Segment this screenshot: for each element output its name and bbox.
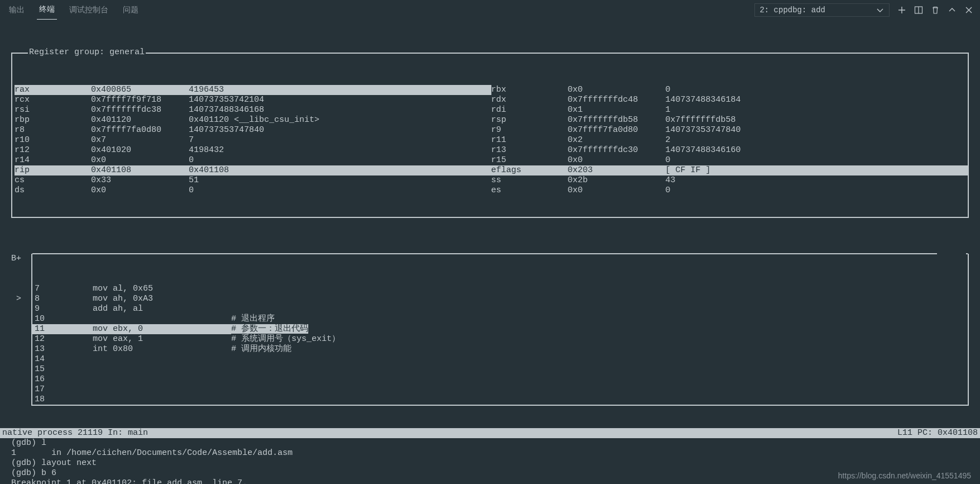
register-row: eflags0x203[ CF IF ] [491,165,968,175]
register-row: rsi0x7fffffffdc38140737488346168 [15,105,491,115]
registers-panel: Register group: general rax0x40086541964… [11,53,969,218]
line-number: 16 [32,374,93,385]
line-code [93,385,231,395]
register-name: r13 [491,145,568,155]
register-name: es [491,186,568,196]
gdb-line: 1 in /home/ciichen/Documents/Code/Assemb… [11,448,969,458]
register-row: r100x77 [15,135,491,145]
register-value: 140737353747840 [666,125,968,135]
register-row: r130x7fffffffdc30140737488346160 [491,145,968,155]
line-code [93,354,231,364]
split-icon[interactable] [914,6,923,15]
trash-icon[interactable] [931,6,940,15]
register-hex: 0x203 [568,165,666,175]
register-row: rsp0x7fffffffdb580x7fffffffdb58 [491,115,968,125]
register-row: rbx0x00 [491,85,968,95]
register-hex: 0x2 [568,135,666,145]
register-name: r15 [491,155,568,165]
line-code: mov ebx, 0 [93,324,231,334]
register-value: 140737488346160 [666,145,968,155]
gdb-console[interactable]: (gdb) l1 in /home/ciichen/Documents/Code… [0,438,980,484]
register-hex: 0x0 [91,155,189,165]
tab-output[interactable]: 输出 [7,1,27,20]
tab-problems[interactable]: 问题 [121,1,141,20]
line-number: 17 [32,385,93,395]
register-row: ss0x2b43 [491,175,968,186]
gutter-line [11,284,31,294]
line-number: 12 [32,334,93,344]
registers-title: Register group: general [28,48,146,58]
gutter-line [11,264,31,274]
status-left: native process 21119 In: main [2,428,148,438]
line-comment: # 退出程序 [231,314,968,324]
register-hex: 0x401108 [91,165,189,175]
registers-col-left: rax0x4008654196453rcx0x7ffff7f9f71814073… [15,85,491,196]
register-value: 0x401108 [189,165,491,175]
gutter-line [11,324,31,334]
register-value: 140737353742104 [189,95,491,105]
line-comment [231,385,968,395]
register-hex: 0x7fffffffdc48 [568,95,666,105]
terminal-content[interactable]: Register group: general rax0x40086541964… [0,20,980,426]
register-name: rdi [491,105,568,115]
line-number: 10 [32,314,93,324]
register-hex: 0x0 [568,85,666,95]
register-row: r90x7ffff7fa0d80140737353747840 [491,125,968,135]
line-number: 11 [32,324,93,334]
register-name: rip [15,165,91,175]
line-number: 14 [32,354,93,364]
register-row: rbp0x4011200x401120 <__libc_csu_init> [15,115,491,125]
register-value: 140737353747840 [189,125,491,135]
register-value: 0x401120 <__libc_csu_init> [189,115,491,125]
register-hex: 0x401020 [91,145,189,155]
source-line: 18 [32,395,968,405]
register-row: r120x4010204198432 [15,145,491,155]
line-number: 15 [32,364,93,374]
tab-debug-console[interactable]: 调试控制台 [67,1,111,20]
source-line: 11mov ebx, 0# 参数一：退出代码 [32,324,968,334]
gutter-line: B+ [11,254,31,264]
register-name: r8 [15,125,91,135]
source-gutter: B+ > [11,254,31,406]
plus-icon[interactable] [897,6,906,15]
line-number: 18 [32,395,93,405]
gutter-line [11,334,31,344]
line-comment [231,304,968,314]
register-hex: 0x7ffff7f9f718 [91,95,189,105]
register-hex: 0x2b [568,175,666,186]
line-code: add ah, al [93,304,231,314]
line-comment: # 调用内核功能 [231,344,968,354]
line-number: 8 [32,294,93,304]
register-name: rsi [15,105,91,115]
line-code [93,374,231,385]
register-value: 140737488346168 [189,105,491,115]
line-comment [231,364,968,374]
gutter-line [11,314,31,324]
register-hex: 0x7 [91,135,189,145]
chevron-down-icon [876,6,885,15]
register-row: r150x00 [491,155,968,165]
line-code: mov ah, 0xA3 [93,294,231,304]
register-value: 51 [189,175,491,186]
line-comment: # 系统调用号（sys_exit） [231,334,968,344]
register-row: cs0x3351 [15,175,491,186]
register-value: 0 [666,85,968,95]
register-name: r11 [491,135,568,145]
terminal-selector[interactable]: 2: cppdbg: add [754,3,890,17]
line-code: int 0x80 [93,344,231,354]
chevron-up-icon[interactable] [948,6,957,15]
panel-actions: 2: cppdbg: add [754,3,973,17]
register-hex: 0x7fffffffdb58 [568,115,666,125]
source-line: 13int 0x80# 调用内核功能 [32,344,968,354]
register-row: es0x00 [491,186,968,196]
register-value: 2 [666,135,968,145]
tab-terminal[interactable]: 终端 [37,0,57,20]
close-icon[interactable] [964,6,973,15]
gdb-line: (gdb) layout next [11,458,969,468]
line-code [93,364,231,374]
register-name: rsp [491,115,568,125]
register-name: r10 [15,135,91,145]
registers-col-right: rbx0x00rdx0x7fffffffdc48140737488346184r… [491,85,968,196]
line-comment [231,284,968,294]
line-number: 9 [32,304,93,314]
